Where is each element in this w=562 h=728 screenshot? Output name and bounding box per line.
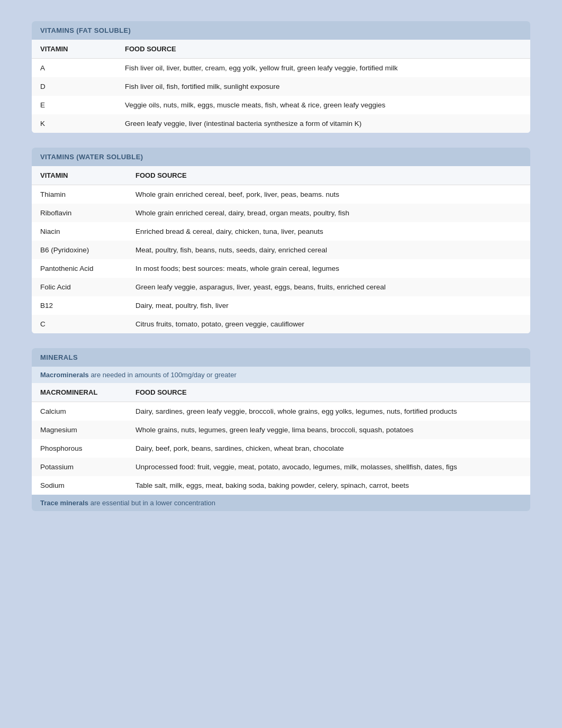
water-soluble-row: RiboflavinWhole grain enriched cereal, d… <box>32 204 530 222</box>
trace-minerals-label: Trace minerals <box>40 499 88 507</box>
minerals-row: CalciumDairy, sardines, green leafy vegg… <box>32 402 530 421</box>
fat-soluble-row: DFish liver oil, fish, fortified milk, s… <box>32 77 530 96</box>
minerals-source: Table salt, milk, eggs, meat, baking sod… <box>127 476 530 495</box>
water-soluble-source: Whole grain enriched cereal, dairy, brea… <box>127 204 530 222</box>
minerals-col1: MACROMINERAL <box>32 383 127 402</box>
minerals-subheader: Macrominerals are needed in amounts of 1… <box>32 367 530 383</box>
minerals-name: Potassium <box>32 458 127 476</box>
minerals-header-row: MACROMINERAL FOOD SOURCE <box>32 383 530 402</box>
fat-soluble-header: VITAMINS (FAT SOLUBLE) <box>32 21 530 40</box>
minerals-name: Phosphorous <box>32 439 127 458</box>
water-soluble-source: Citrus fruits, tomato, potato, green veg… <box>127 315 530 333</box>
fat-soluble-source: Fish liver oil, fish, fortified milk, su… <box>116 77 530 96</box>
water-soluble-source: Dairy, meat, poultry, fish, liver <box>127 296 530 315</box>
fat-soluble-col2: FOOD SOURCE <box>116 40 530 59</box>
minerals-name: Calcium <box>32 402 127 421</box>
water-soluble-row: CCitrus fruits, tomato, potato, green ve… <box>32 315 530 333</box>
fat-soluble-row: KGreen leafy veggie, liver (intestinal b… <box>32 114 530 133</box>
water-soluble-name: B12 <box>32 296 127 315</box>
fat-soluble-row: EVeggie oils, nuts, milk, eggs, muscle m… <box>32 96 530 114</box>
water-soluble-col1: VITAMIN <box>32 166 127 185</box>
fat-soluble-name: E <box>32 96 116 114</box>
minerals-table-container: MACROMINERAL FOOD SOURCE CalciumDairy, s… <box>32 383 530 495</box>
minerals-col2: FOOD SOURCE <box>127 383 530 402</box>
fat-soluble-header-row: VITAMIN FOOD SOURCE <box>32 40 530 59</box>
minerals-source: Dairy, sardines, green leafy veggie, bro… <box>127 402 530 421</box>
water-soluble-name: Riboflavin <box>32 204 127 222</box>
water-soluble-source: In most foods; best sources: meats, whol… <box>127 259 530 278</box>
minerals-row: PhosphorousDairy, beef, pork, beans, sar… <box>32 439 530 458</box>
trace-minerals-note: Trace minerals are essential but in a lo… <box>32 495 530 511</box>
water-soluble-row: Pantothenic AcidIn most foods; best sour… <box>32 259 530 278</box>
water-soluble-name: B6 (Pyridoxine) <box>32 241 127 259</box>
water-soluble-name: Folic Acid <box>32 278 127 296</box>
water-soluble-source: Enriched bread & cereal, dairy, chicken,… <box>127 222 530 241</box>
fat-soluble-row: AFish liver oil, liver, butter, cream, e… <box>32 59 530 78</box>
water-soluble-name: C <box>32 315 127 333</box>
water-soluble-name: Niacin <box>32 222 127 241</box>
fat-soluble-section: VITAMINS (FAT SOLUBLE) VITAMIN FOOD SOUR… <box>32 21 530 133</box>
minerals-row: SodiumTable salt, milk, eggs, meat, baki… <box>32 476 530 495</box>
minerals-table: MACROMINERAL FOOD SOURCE CalciumDairy, s… <box>32 383 530 495</box>
water-soluble-table: VITAMIN FOOD SOURCE ThiaminWhole grain e… <box>32 166 530 333</box>
macrominerals-subtext: are needed in amounts of 100mg/day or gr… <box>89 371 237 379</box>
water-soluble-name: Pantothenic Acid <box>32 259 127 278</box>
fat-soluble-name: K <box>32 114 116 133</box>
minerals-source: Unprocessed food: fruit, veggie, meat, p… <box>127 458 530 476</box>
water-soluble-header: VITAMINS (WATER SOLUBLE) <box>32 148 530 166</box>
minerals-section: MINERALS Macrominerals are needed in amo… <box>32 348 530 511</box>
water-soluble-name: Thiamin <box>32 185 127 204</box>
minerals-title: MINERALS <box>40 353 78 361</box>
water-soluble-row: B6 (Pyridoxine)Meat, poultry, fish, bean… <box>32 241 530 259</box>
minerals-row: MagnesiumWhole grains, nuts, legumes, gr… <box>32 421 530 439</box>
fat-soluble-table-container: VITAMIN FOOD SOURCE AFish liver oil, liv… <box>32 40 530 133</box>
fat-soluble-col1: VITAMIN <box>32 40 116 59</box>
water-soluble-source: Green leafy veggie, asparagus, liver, ye… <box>127 278 530 296</box>
minerals-name: Sodium <box>32 476 127 495</box>
water-soluble-title: VITAMINS (WATER SOLUBLE) <box>40 153 143 161</box>
macrominerals-label: Macrominerals <box>40 371 89 379</box>
fat-soluble-source: Green leafy veggie, liver (intestinal ba… <box>116 114 530 133</box>
fat-soluble-source: Veggie oils, nuts, milk, eggs, muscle me… <box>116 96 530 114</box>
water-soluble-source: Whole grain enriched cereal, beef, pork,… <box>127 185 530 204</box>
water-soluble-header-row: VITAMIN FOOD SOURCE <box>32 166 530 185</box>
trace-minerals-text: are essential but in a lower concentrati… <box>88 499 215 507</box>
fat-soluble-source: Fish liver oil, liver, butter, cream, eg… <box>116 59 530 78</box>
minerals-name: Magnesium <box>32 421 127 439</box>
water-soluble-row: ThiaminWhole grain enriched cereal, beef… <box>32 185 530 204</box>
fat-soluble-name: A <box>32 59 116 78</box>
water-soluble-col2: FOOD SOURCE <box>127 166 530 185</box>
water-soluble-table-container: VITAMIN FOOD SOURCE ThiaminWhole grain e… <box>32 166 530 333</box>
minerals-source: Dairy, beef, pork, beans, sardines, chic… <box>127 439 530 458</box>
minerals-row: PotassiumUnprocessed food: fruit, veggie… <box>32 458 530 476</box>
water-soluble-row: B12Dairy, meat, poultry, fish, liver <box>32 296 530 315</box>
minerals-source: Whole grains, nuts, legumes, green leafy… <box>127 421 530 439</box>
water-soluble-source: Meat, poultry, fish, beans, nuts, seeds,… <box>127 241 530 259</box>
water-soluble-row: NiacinEnriched bread & cereal, dairy, ch… <box>32 222 530 241</box>
water-soluble-section: VITAMINS (WATER SOLUBLE) VITAMIN FOOD SO… <box>32 148 530 333</box>
fat-soluble-name: D <box>32 77 116 96</box>
fat-soluble-title: VITAMINS (FAT SOLUBLE) <box>40 26 131 34</box>
water-soluble-row: Folic AcidGreen leafy veggie, asparagus,… <box>32 278 530 296</box>
minerals-header: MINERALS <box>32 348 530 367</box>
fat-soluble-table: VITAMIN FOOD SOURCE AFish liver oil, liv… <box>32 40 530 133</box>
